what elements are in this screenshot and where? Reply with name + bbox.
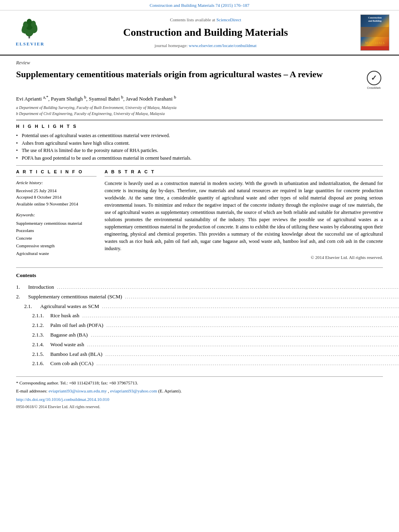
journal-title: Construction and Building Materials <box>123 25 288 40</box>
divider-after-highlights <box>16 165 383 166</box>
contents-section: Contents 1. Introduction ...............… <box>16 267 383 368</box>
sciencedirect-link[interactable]: ScienceDirect <box>216 17 241 22</box>
contents-dots: ........................................… <box>104 351 399 359</box>
email-link-2[interactable]: eviaprianti93@yahoo.com <box>110 388 157 393</box>
crossmark-badge: ✓ CrossMark <box>365 71 383 90</box>
contents-text: Corn cob ash (CCA) <box>50 359 93 368</box>
contents-dots: ........................................… <box>123 293 399 302</box>
header-right: Construction and Building MATERIALS <box>359 14 391 51</box>
highlight-item: Ashes from agricultural wastes have high… <box>16 140 383 147</box>
author-evi: Evi Aprianti a,*, Payam Shafigh b, Syams… <box>16 96 176 102</box>
article-history: Article history: Received 25 July 2014 A… <box>16 180 97 207</box>
highlights-title: H I G H L I G H T S <box>16 123 383 129</box>
contents-dots: ........................................… <box>105 322 399 330</box>
keyword-1: Supplementary cementitious material <box>16 220 97 227</box>
highlight-item: The use of RHA is limited due to the por… <box>16 147 383 154</box>
article-title: Supplementary cementitious materials ori… <box>16 69 357 80</box>
homepage-url[interactable]: www.elsevier.com/locate/conbuildmat <box>189 43 257 48</box>
keywords-section: Keywords: Supplementary cementitious mat… <box>16 212 97 257</box>
contents-row-6: 2.1.3. Bagasse ash (BA) ................… <box>16 330 383 340</box>
journal-homepage: journal homepage: www.elsevier.com/locat… <box>154 43 256 49</box>
contents-label: Corn cob ash (CCA) .....................… <box>50 359 399 368</box>
contents-dots: ........................................… <box>89 331 399 340</box>
crossmark-icon: ✓ <box>367 71 381 85</box>
footer-issn: 0950-0618/© 2014 Elsevier Ltd. All right… <box>16 404 383 410</box>
svg-point-7 <box>27 19 32 25</box>
section-label: Review <box>16 60 383 66</box>
keyword-4: Compressive strength <box>16 242 97 250</box>
crossmark-label: CrossMark <box>367 86 381 90</box>
affiliation-b: b Department of Civil Engineering, Facul… <box>16 111 383 117</box>
contents-available-text: Contents lists available at <box>170 17 215 22</box>
abstract-column: A B S T R A C T Concrete is heavily used… <box>105 169 383 261</box>
doi-link[interactable]: http://dx.doi.org/10.1016/j.conbuildmat.… <box>16 397 109 402</box>
email-link-1[interactable]: eviaprianti93@siswa.um.edu.my <box>49 388 107 393</box>
corresponding-note: * Corresponding author. Tel.: +60 111424… <box>16 380 383 386</box>
divider-after-affiliations <box>16 120 383 120</box>
contents-num: 2. <box>16 292 28 301</box>
contents-label: Bagasse ash (BA) .......................… <box>50 330 399 340</box>
history-title: Article history: <box>16 180 97 186</box>
contents-dots: ........................................… <box>95 360 399 368</box>
contents-label: Agricultural wastes as SCM .............… <box>40 302 399 311</box>
footer-emails: E-mail addresses: eviaprianti93@siswa.um… <box>16 388 383 394</box>
contents-text: Palm oil fuel ash (POFA) <box>50 320 103 330</box>
footer-section: * Corresponding author. Tel.: +60 111424… <box>16 376 383 410</box>
contents-text: Agricultural wastes as SCM <box>40 302 99 311</box>
cover-bottom-bar <box>361 46 389 50</box>
footer-doi-line: http://dx.doi.org/10.1016/j.conbuildmat.… <box>16 396 383 403</box>
journal-cover-image: Construction and Building MATERIALS <box>360 14 389 51</box>
contents-text: Supplementary cementitious material (SCM… <box>28 292 122 301</box>
contents-row-5: 2.1.2. Palm oil fuel ash (POFA) ........… <box>16 320 383 330</box>
received-date: Received 25 July 2014 <box>16 187 97 194</box>
contents-label: Rice husk ash ..........................… <box>50 311 399 320</box>
keyword-5: Agricultural waste <box>16 250 97 257</box>
article-info-title: A R T I C L E I N F O <box>16 169 97 177</box>
contents-num: 1. <box>16 282 28 292</box>
cover-mid-bar <box>361 27 389 37</box>
abstract-text: Concrete is heavily used as a constructi… <box>105 180 383 252</box>
header-center: Contents lists available at ScienceDirec… <box>56 14 355 51</box>
contents-label: Introduction ...........................… <box>28 282 399 292</box>
contents-label: Supplementary cementitious material (SCM… <box>28 292 399 302</box>
contents-label: Wood waste ash .........................… <box>50 340 399 349</box>
contents-num: 2.1. <box>24 302 40 311</box>
top-ref-bar: Construction and Building Materials 74 (… <box>0 0 399 10</box>
homepage-prefix: journal homepage: <box>154 43 189 48</box>
elsevier-logo-section: ELSEVIER <box>8 14 52 51</box>
cover-title-top: Construction and Building <box>368 16 382 22</box>
contents-row-8: 2.1.5. Bamboo Leaf ash (BLA) ...........… <box>16 349 383 359</box>
top-ref-text: Construction and Building Materials 74 (… <box>150 3 249 8</box>
accepted-date: Accepted 8 October 2014 <box>16 194 97 201</box>
contents-num: 2.1.1. <box>32 311 50 320</box>
keyword-3: Concrete <box>16 234 97 242</box>
contents-row-2: 2. Supplementary cementitious material (… <box>16 292 383 302</box>
contents-dots: ........................................… <box>85 341 399 349</box>
affiliation-a: a Department of Building Surveying, Facu… <box>16 105 383 111</box>
contents-row-3: 2.1. Agricultural wastes as SCM ........… <box>16 302 383 311</box>
journal-header: ELSEVIER Contents lists available at Sci… <box>0 10 399 55</box>
article-title-section: Supplementary cementitious materials ori… <box>16 69 383 90</box>
contents-row-1: 1. Introduction ........................… <box>16 282 383 292</box>
affiliations: a Department of Building Surveying, Facu… <box>16 105 383 117</box>
contents-dots: ........................................… <box>100 303 399 311</box>
contents-row-7: 2.1.4. Wood waste ash ..................… <box>16 340 383 349</box>
contents-text: Wood waste ash <box>50 340 84 349</box>
copyright-line: © 2014 Elsevier Ltd. All rights reserved… <box>105 255 383 261</box>
keywords-title: Keywords: <box>16 212 97 218</box>
email-prefix: E-mail addresses: <box>16 388 49 393</box>
elsevier-logo: ELSEVIER <box>15 18 45 47</box>
cover-materials: MATERIALS <box>365 41 385 45</box>
keyword-2: Pozzolans <box>16 227 97 234</box>
main-content: Review Supplementary cementitious materi… <box>0 55 399 414</box>
elsevier-tree-icon <box>15 18 45 40</box>
highlight-item: POFA has good potential to be used as ce… <box>16 154 383 162</box>
contents-num: 2.1.5. <box>32 349 50 359</box>
highlights-section: H I G H L I G H T S Potential uses of ag… <box>16 123 383 162</box>
contents-dots: ........................................… <box>80 312 399 320</box>
contents-num: 2.1.6. <box>32 359 50 368</box>
page-wrapper: Construction and Building Materials 74 (… <box>0 0 399 532</box>
available-date: Available online 9 November 2014 <box>16 201 97 207</box>
contents-num: 2.1.4. <box>32 340 50 349</box>
two-column-section: A R T I C L E I N F O Article history: R… <box>16 169 383 261</box>
